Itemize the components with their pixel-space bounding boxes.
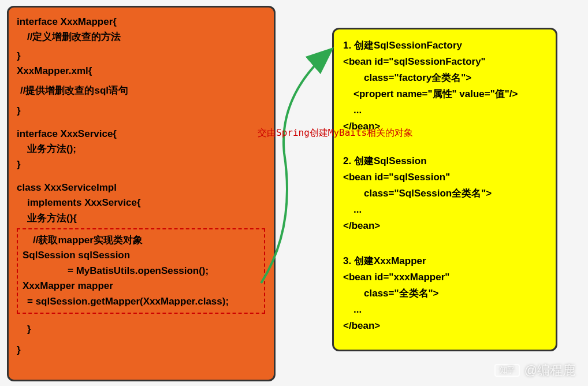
dashed-mapper-decl: XxxMapper mapper [23, 279, 259, 294]
arrow-label: 交由Spring创建MyBaits相关的对象 [258, 127, 413, 139]
highlighted-code-block: //获取mapper实现类对象 SqlSession sqlSession = … [17, 228, 265, 314]
s2-ellipsis: ... [343, 202, 546, 218]
service-impl-method: 业务方法(){ [17, 211, 266, 226]
s1-class: class="factory全类名"> [343, 70, 546, 86]
s3-ellipsis: ... [343, 302, 546, 318]
dashed-comment: //获取mapper实现类对象 [23, 233, 259, 248]
spring-config-panel: 1. 创建SqlSessionFactory <bean id="sqlSess… [332, 28, 557, 351]
dashed-mapper-assign: = sqlSession.getMapper(XxxMapper.class); [23, 294, 259, 309]
s3-bean-close: </bean> [343, 318, 546, 334]
watermark-text: @编程鹿 [524, 362, 575, 379]
mapper-interface-close: } [17, 49, 266, 64]
service-interface-close: } [17, 157, 266, 172]
service-interface-method: 业务方法(); [17, 142, 266, 157]
mapper-interface-comment: //定义增删改查的方法 [17, 29, 266, 44]
service-interface-line1: interface XxxService{ [17, 127, 266, 142]
service-impl-close: } [17, 343, 266, 358]
section-sqlsession: 2. 创建SqlSession <bean id="sqlSession" cl… [343, 153, 546, 234]
mapper-interface-line1: interface XxxMapper{ [17, 14, 266, 29]
section-xxxmapper: 3. 创建XxxMapper <bean id="xxxMapper" clas… [343, 253, 546, 334]
watermark: 知乎 @编程鹿 [494, 362, 575, 379]
dashed-sqlsession-assign: = MyBatisUtils.openSession(); [23, 263, 259, 279]
zhihu-logo-icon: 知乎 [494, 364, 520, 377]
s1-ellipsis: ... [343, 102, 546, 118]
dashed-sqlsession-decl: SqlSession sqlSession [23, 248, 259, 263]
s2-bean-close: </bean> [343, 218, 546, 234]
s3-class: class="全类名"> [343, 285, 546, 302]
service-impl-line2: implements XxxService{ [17, 195, 266, 210]
mapper-xml-comment: //提供增删改查的sql语句 [17, 83, 266, 98]
mapper-xml-line1: XxxMapper.xml{ [17, 64, 266, 79]
s3-bean-open: <bean id="xxxMapper" [343, 269, 546, 285]
code-panel-left: interface XxxMapper{ //定义增删改查的方法 } XxxMa… [7, 6, 276, 381]
mapper-xml-close: } [17, 103, 266, 118]
service-impl-line1: class XxxServiceImpl [17, 180, 266, 195]
s1-bean-open: <bean id="sqlSessionFactory" [343, 54, 546, 70]
service-impl-method-close: } [17, 322, 266, 337]
s1-property: <propert name="属性" value="值"/> [343, 86, 546, 102]
s2-class: class="SqlSession全类名"> [343, 185, 546, 202]
s2-title: 2. 创建SqlSession [343, 153, 546, 169]
s1-title: 1. 创建SqlSessionFactory [343, 38, 546, 54]
section-sqlsessionfactory: 1. 创建SqlSessionFactory <bean id="sqlSess… [343, 38, 546, 135]
s3-title: 3. 创建XxxMapper [343, 253, 546, 269]
s2-bean-open: <bean id="sqlSession" [343, 169, 546, 185]
